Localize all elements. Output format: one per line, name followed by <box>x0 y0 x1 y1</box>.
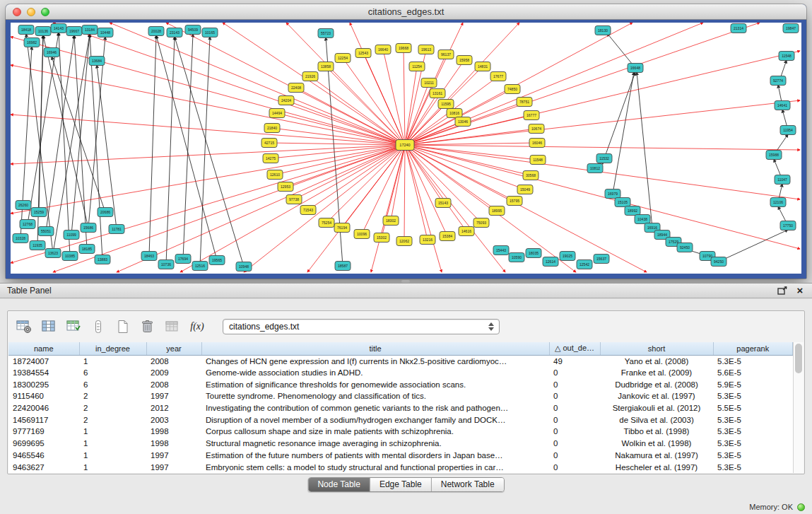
graph-node[interactable]: 11548 <box>779 52 794 61</box>
graph-node[interactable]: 74850 <box>505 85 520 94</box>
scrollbar-thumb[interactable] <box>795 344 802 373</box>
graph-node[interactable]: 16979 <box>605 189 620 199</box>
graph-node[interactable]: 12254 <box>335 54 351 63</box>
graph-node[interactable]: 19668 <box>396 44 411 53</box>
graph-node[interactable]: 12516 <box>192 262 208 271</box>
graph-node[interactable]: 19667 <box>66 27 82 36</box>
hub-node[interactable]: 17240 <box>396 140 414 151</box>
float-panel-icon[interactable] <box>777 285 788 296</box>
graph-node[interactable]: 12768 <box>20 220 35 229</box>
graph-node[interactable]: 16046 <box>529 139 545 148</box>
graph-node[interactable]: 24204 <box>278 96 294 105</box>
import-table-button[interactable] <box>163 318 182 335</box>
table-row[interactable]: 969969511998Structural magnetic resonanc… <box>8 438 793 450</box>
close-panel-icon[interactable]: × <box>795 285 805 296</box>
graph-node[interactable]: 15443 <box>493 246 509 255</box>
graph-node[interactable]: 21314 <box>731 24 746 33</box>
graph-node[interactable]: 10385 <box>62 252 78 261</box>
graph-node[interactable]: 21926 <box>302 72 318 81</box>
graph-node[interactable]: 12542 <box>577 260 592 269</box>
graph-node[interactable]: 19847 <box>783 24 799 33</box>
new-column-button[interactable] <box>114 318 132 335</box>
export-table-button[interactable] <box>64 318 83 335</box>
graph-node[interactable]: 10328 <box>13 234 28 243</box>
graph-node[interactable]: 71543 <box>300 206 316 215</box>
graph-node[interactable]: 18995 <box>489 206 505 216</box>
window-titlebar[interactable]: citations_edges.txt <box>6 4 806 20</box>
graph-node[interactable]: 19613 <box>418 45 434 54</box>
graph-node[interactable]: 16777 <box>524 111 539 120</box>
graph-node[interactable]: 10674 <box>529 124 544 134</box>
graph-node[interactable]: 18130 <box>595 26 611 35</box>
graph-node[interactable]: 16946 <box>44 48 59 57</box>
graph-node[interactable]: 15143 <box>435 199 451 208</box>
graph-node[interactable]: 12543 <box>355 49 371 58</box>
graph-node[interactable]: 15105 <box>615 198 630 207</box>
graph-node[interactable]: 10816 <box>447 109 462 118</box>
column-header-title[interactable]: title <box>201 342 549 355</box>
row-height-button[interactable] <box>89 318 107 335</box>
graph-node[interactable]: 13623 <box>45 249 61 258</box>
graph-node[interactable]: 12610 <box>267 170 283 180</box>
column-header-year[interactable]: year <box>146 342 201 355</box>
show-columns-button[interactable] <box>40 318 58 335</box>
minimize-window-button[interactable] <box>27 8 35 16</box>
graph-node[interactable]: 10211 <box>421 78 437 88</box>
graph-node[interactable]: 16982 <box>24 38 40 47</box>
graph-node[interactable]: 15686 <box>81 223 96 233</box>
graph-node[interactable]: 18302 <box>383 216 399 226</box>
graph-node[interactable]: 42715 <box>261 139 277 148</box>
graph-node[interactable]: 13046 <box>455 117 471 127</box>
table-row[interactable]: 911546021997Tourette syndrome. Phenomeno… <box>8 390 793 402</box>
graph-node[interactable]: 55723 <box>318 29 334 38</box>
graph-node[interactable]: 18587 <box>335 262 351 271</box>
graph-node[interactable]: 11595 <box>438 100 454 109</box>
graph-node[interactable]: 19025 <box>560 252 575 261</box>
graph-node[interactable]: 10165 <box>202 28 218 37</box>
graph-node[interactable]: 10812 <box>587 164 603 173</box>
graph-node[interactable]: 15637 <box>594 255 609 264</box>
tab-edge-table[interactable]: Edge Table <box>370 478 432 491</box>
graph-node[interactable]: 16640 <box>375 45 391 54</box>
graph-node[interactable]: 55051 <box>38 227 54 236</box>
table-row[interactable]: 1872400712008Changes of HCN gene express… <box>8 355 793 367</box>
graph-node[interactable]: 15958 <box>457 56 472 65</box>
graph-node[interactable]: 92450 <box>677 243 693 252</box>
graph-node[interactable]: 78751 <box>517 98 532 107</box>
graph-node[interactable]: 16648 <box>628 64 643 73</box>
graph-node[interactable]: 14143 <box>51 24 66 33</box>
table-row[interactable]: 1938455462009Genome-wide association stu… <box>8 367 793 379</box>
citation-network-graph[interactable]: 1604611548305681504915795189957509314616… <box>11 23 801 274</box>
graph-node[interactable]: 11548 <box>530 156 546 165</box>
graph-node[interactable]: 11254 <box>409 62 425 71</box>
graph-node[interactable]: 15302 <box>374 233 389 243</box>
network-canvas[interactable]: 1604611548305681504915795189957509314616… <box>11 23 801 274</box>
graph-node[interactable]: 10438 <box>635 215 650 224</box>
graph-node[interactable]: 75254 <box>319 218 334 228</box>
column-header-out-degree[interactable]: △ out_de… <box>549 342 600 355</box>
graph-node[interactable]: 17750 <box>780 221 796 230</box>
graph-node[interactable]: 13184 <box>82 25 98 35</box>
graph-node[interactable]: 10448 <box>98 28 113 37</box>
table-row[interactable]: 977716911998Corpus callosum shape and si… <box>8 426 793 438</box>
graph-node[interactable]: 14831 <box>475 62 490 71</box>
graph-node[interactable]: 10736 <box>158 260 174 269</box>
column-header-in-degree[interactable]: in_degree <box>79 342 146 355</box>
graph-node[interactable]: 13858 <box>318 62 334 71</box>
graph-node[interactable]: 11099 <box>64 230 79 240</box>
column-header-name[interactable]: name <box>8 342 79 355</box>
graph-node[interactable]: 18418 <box>18 25 34 35</box>
zoom-window-button[interactable] <box>41 8 49 16</box>
graph-node[interactable]: 15795 <box>507 197 522 206</box>
graph-node[interactable]: 18463 <box>141 252 157 261</box>
close-window-button[interactable] <box>13 8 21 16</box>
graph-node[interactable]: 12614 <box>543 257 558 267</box>
graph-node[interactable]: 13161 <box>430 89 445 98</box>
graph-node[interactable]: 13216 <box>420 235 435 245</box>
graph-node[interactable]: 21840 <box>264 124 280 133</box>
graph-node[interactable]: 14616 <box>459 227 474 236</box>
graph-node[interactable]: 18185 <box>79 245 95 254</box>
table-row[interactable]: 1830029562008Estimation of significance … <box>8 378 793 390</box>
graph-node[interactable]: 10948 <box>236 262 252 271</box>
graph-node[interactable]: 76194 <box>334 223 350 233</box>
